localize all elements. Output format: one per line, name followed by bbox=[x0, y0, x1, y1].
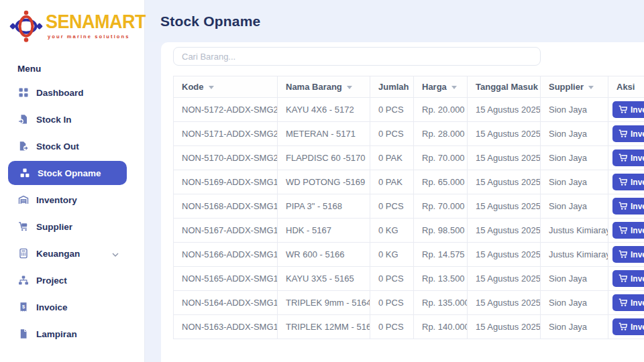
sidebar-item-label: Stock In bbox=[36, 115, 72, 125]
sidebar-section-label: Menu bbox=[17, 64, 144, 74]
sidebar-item-keuangan[interactable]: Keuangan bbox=[0, 240, 144, 267]
inventory-button[interactable]: Inven bbox=[612, 149, 644, 166]
cell-supplier: Sion Jaya bbox=[541, 98, 608, 122]
sidebar-item-dashboard[interactable]: Dashboard bbox=[0, 79, 144, 106]
content-card: Kode Nama Barang Jumlah Harga Tanggal Ma… bbox=[161, 42, 644, 362]
sidebar-item-label: Lampiran bbox=[36, 329, 77, 339]
app-root: SENAMART your marine solutions Menu Dash… bbox=[0, 0, 644, 362]
inventory-button[interactable]: Inven bbox=[612, 125, 644, 142]
cell-jumlah: 0 PCS bbox=[370, 194, 414, 219]
cell-jumlah: 0 PAK bbox=[370, 170, 414, 194]
cell-kode: NON-5163-ADDX-SMG13 bbox=[174, 315, 278, 339]
cart-icon bbox=[619, 105, 627, 114]
sidebar-item-label: Dashboard bbox=[36, 88, 84, 98]
stock-in-icon bbox=[17, 114, 29, 125]
cell-jumlah: 0 KG bbox=[370, 243, 414, 267]
cell-jumlah: 0 PCS bbox=[370, 315, 414, 339]
inventory-button[interactable]: Inven bbox=[612, 174, 644, 190]
trolley-icon bbox=[17, 221, 29, 233]
cart-icon bbox=[619, 202, 627, 210]
column-header-kode[interactable]: Kode bbox=[174, 76, 278, 98]
inventory-button[interactable]: Inven bbox=[612, 294, 644, 311]
cell-harga: Rp. 140.000 bbox=[414, 315, 468, 339]
search-input[interactable] bbox=[173, 47, 541, 66]
cell-tanggal-masuk: 15 Agustus 2025 bbox=[468, 146, 541, 170]
cell-nama-barang: KAYU 4X6 - 5172 bbox=[278, 98, 370, 122]
cell-aksi: Inven bbox=[608, 98, 644, 122]
cell-kode: NON-5172-ADDX-SMG22 bbox=[174, 98, 278, 122]
cell-nama-barang: WR 600 - 5166 bbox=[278, 243, 370, 267]
cart-icon bbox=[619, 178, 627, 186]
cell-harga: Rp. 65.000 bbox=[414, 170, 468, 194]
cell-harga: Rp. 70.000 bbox=[414, 194, 468, 219]
sort-caret-icon bbox=[588, 86, 594, 89]
sidebar-item-label: Keuangan bbox=[36, 249, 80, 259]
column-header-aksi: Aksi bbox=[608, 76, 644, 98]
inventory-button[interactable]: Inven bbox=[612, 246, 644, 263]
cell-nama-barang: FLAPDISC 60 -5170 bbox=[278, 146, 370, 170]
cell-nama-barang: METERAN - 5171 bbox=[278, 122, 370, 146]
cell-tanggal-masuk: 15 Agustus 2025 bbox=[468, 170, 541, 194]
column-header-nama-barang[interactable]: Nama Barang bbox=[278, 76, 370, 98]
sidebar-item-project[interactable]: Project bbox=[0, 267, 144, 294]
cart-icon bbox=[619, 226, 627, 235]
sidebar-item-inventory[interactable]: Inventory bbox=[0, 186, 144, 213]
cell-kode: NON-5171-ADDX-SMG21 bbox=[174, 122, 278, 146]
chevron-down-icon bbox=[112, 247, 119, 259]
cell-nama-barang: HDK - 5167 bbox=[278, 219, 370, 243]
cell-harga: Rp. 14.575 bbox=[414, 243, 468, 267]
sidebar: SENAMART your marine solutions Menu Dash… bbox=[0, 0, 145, 362]
inventory-button[interactable]: Inven bbox=[612, 101, 644, 118]
inventory-button[interactable]: Inven bbox=[612, 198, 644, 215]
cell-kode: NON-5166-ADDX-SMG16 bbox=[174, 243, 278, 267]
table-row: NON-5166-ADDX-SMG16 WR 600 - 5166 0 KG R… bbox=[174, 243, 644, 267]
cell-tanggal-masuk: 15 Agustus 2025 bbox=[468, 194, 541, 219]
warehouse-icon bbox=[17, 194, 29, 206]
inventory-button[interactable]: Inven bbox=[612, 318, 644, 335]
sidebar-item-stock-in[interactable]: Stock In bbox=[0, 106, 144, 133]
cell-aksi: Inven bbox=[608, 243, 644, 267]
cell-harga: Rp. 98.500 bbox=[414, 219, 468, 243]
cart-icon bbox=[619, 274, 627, 283]
column-header-jumlah[interactable]: Jumlah bbox=[370, 76, 414, 98]
sidebar-item-supplier[interactable]: Supplier bbox=[0, 213, 144, 240]
stock-out-icon bbox=[17, 141, 29, 152]
cart-icon bbox=[619, 298, 627, 307]
sort-caret-icon bbox=[209, 86, 214, 89]
sidebar-item-stock-out[interactable]: Stock Out bbox=[0, 133, 144, 160]
sitemap-icon bbox=[17, 275, 29, 286]
cart-icon bbox=[619, 250, 627, 259]
dashboard-icon bbox=[17, 87, 29, 99]
calculator-icon bbox=[17, 248, 29, 259]
table-row: NON-5170-ADDX-SMG20 FLAPDISC 60 -5170 0 … bbox=[174, 146, 644, 170]
sidebar-item-lampiran[interactable]: Lampiran bbox=[0, 320, 144, 347]
column-header-harga[interactable]: Harga bbox=[414, 76, 468, 98]
cell-jumlah: 0 PCS bbox=[370, 98, 414, 122]
inventory-button[interactable]: Inven bbox=[612, 222, 644, 239]
cell-nama-barang: TRIPLEK 9mm - 5164 bbox=[278, 291, 370, 315]
cell-supplier: Sion Jaya bbox=[541, 122, 608, 146]
cell-tanggal-masuk: 15 Agustus 2025 bbox=[468, 98, 541, 122]
cell-kode: NON-5167-ADDX-SMG17 bbox=[174, 219, 278, 243]
brand-tagline: your marine solutions bbox=[48, 34, 146, 40]
cell-nama-barang: PIPA 3" - 5168 bbox=[278, 194, 370, 219]
cell-aksi: Inven bbox=[608, 315, 644, 339]
cell-tanggal-masuk: 15 Agustus 2025 bbox=[468, 122, 541, 146]
cell-harga: Rp. 20.000 bbox=[414, 98, 468, 122]
table-row: NON-5164-ADDX-SMG14 TRIPLEK 9mm - 5164 0… bbox=[174, 291, 644, 315]
sidebar-item-label: Inventory bbox=[36, 195, 77, 205]
inventory-button[interactable]: Inven bbox=[612, 270, 644, 287]
cell-tanggal-masuk: 15 Agustus 2025 bbox=[468, 291, 541, 315]
table-row: NON-5169-ADDX-SMG19 WD POTONG -5169 0 PA… bbox=[174, 170, 644, 194]
sidebar-item-label: Project bbox=[36, 276, 67, 286]
table-row: NON-5165-ADDX-SMG15 KAYU 3X5 - 5165 0 PC… bbox=[174, 267, 644, 291]
column-header-supplier[interactable]: Supplier bbox=[541, 76, 608, 98]
cell-aksi: Inven bbox=[608, 122, 644, 146]
cell-supplier: Sion Jaya bbox=[541, 170, 608, 194]
sidebar-item-invoice[interactable]: $ Invoice bbox=[0, 294, 144, 320]
column-header-tanggal-masuk[interactable]: Tanggal Masuk bbox=[468, 76, 541, 98]
sidebar-item-stock-opname[interactable]: Stock Opname bbox=[8, 161, 127, 185]
cell-supplier: Sion Jaya bbox=[541, 194, 608, 219]
table-header: Kode Nama Barang Jumlah Harga Tanggal Ma… bbox=[174, 76, 644, 98]
stock-opname-icon bbox=[19, 168, 30, 179]
